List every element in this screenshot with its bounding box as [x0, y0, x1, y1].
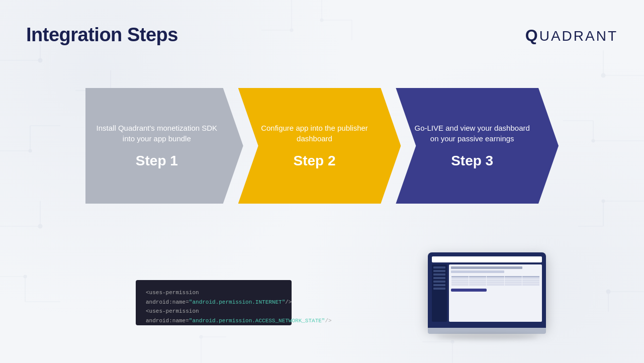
dashboard-bottom: [428, 328, 546, 334]
screen-sidebar: [432, 264, 447, 322]
svg-point-13: [38, 224, 42, 228]
step-3: Go-LIVE and view your dashboard on your …: [396, 88, 559, 204]
svg-point-10: [29, 149, 32, 152]
svg-point-38: [290, 29, 293, 32]
step-1-label: Step 1: [136, 153, 178, 169]
step-3-label: Step 3: [451, 153, 493, 169]
svg-point-44: [451, 340, 454, 343]
logo-rest: UADRANT: [539, 28, 618, 44]
dashboard-screen: [428, 252, 546, 328]
screen-header: [432, 256, 542, 262]
step-1-description: Install Quadrant's monetization SDK into…: [96, 123, 218, 144]
step-3-description: Go-LIVE and view your dashboard on your …: [411, 123, 533, 144]
dashboard-shadow: [437, 334, 537, 340]
code-screenshot: <uses-permission android:name="android.p…: [136, 280, 292, 325]
steps-container: Install Quadrant's monetization SDK into…: [85, 88, 559, 204]
step-1: Install Quadrant's monetization SDK into…: [85, 88, 243, 204]
page-title: Integration Steps: [26, 24, 178, 46]
code-line-1: <uses-permission android:name="android.p…: [146, 288, 282, 307]
step-2-label: Step 2: [293, 153, 335, 169]
svg-point-3: [38, 58, 42, 62]
svg-point-41: [200, 335, 203, 338]
logo-q: Q: [525, 26, 539, 44]
svg-point-20: [601, 73, 605, 77]
screen-main: [449, 264, 542, 322]
step-2-description: Configure app into the publisher dashboa…: [253, 123, 376, 144]
dashboard-screenshot: [428, 252, 546, 335]
svg-point-24: [592, 139, 595, 142]
screen-body: [432, 264, 542, 322]
logo: QUADRANT: [525, 26, 618, 45]
code-line-2: <uses-permission android:name="android.p…: [146, 307, 282, 325]
step-2: Configure app into the publisher dashboa…: [238, 88, 401, 204]
svg-point-31: [606, 290, 610, 294]
svg-point-28: [602, 200, 605, 203]
svg-point-35: [320, 19, 323, 22]
svg-point-17: [24, 275, 27, 278]
